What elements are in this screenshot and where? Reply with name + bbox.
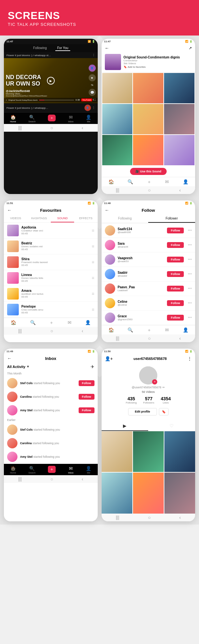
nav2-search[interactable]: 🔍 xyxy=(127,179,133,185)
search-icon-3: 🔍 xyxy=(30,320,36,325)
sound-dur-2: 00:45 xyxy=(21,248,43,251)
comment-button[interactable]: 💬 xyxy=(89,89,96,96)
followers-label: Followers xyxy=(143,401,154,404)
tab-liked-profile[interactable]: ♡ xyxy=(148,421,195,431)
add-fav-label: Add to favorites xyxy=(128,66,146,68)
video-thumb-1[interactable] xyxy=(102,431,132,472)
tab-videos-profile[interactable]: ▶ xyxy=(102,421,149,431)
nav5-search[interactable]: 🔍Search xyxy=(28,466,36,474)
nav-me[interactable]: 👤 Me xyxy=(86,115,91,123)
nav4-search[interactable]: 🔍 xyxy=(127,327,133,333)
nav-inbox[interactable]: ✉ Inbox xyxy=(68,115,73,123)
inbox-follow-btn-3[interactable]: Follow xyxy=(79,407,94,413)
send-icon[interactable]: ✈ xyxy=(91,364,94,369)
like-button[interactable]: ♥ xyxy=(89,74,96,81)
more-icon-u3[interactable]: ••• xyxy=(188,257,192,262)
video-thumb-6[interactable] xyxy=(164,473,195,514)
edit-profile-btn[interactable]: Edit profile xyxy=(128,408,157,415)
tab-follower-4[interactable]: Follower xyxy=(148,215,195,223)
inbox-icon-2: ✉ xyxy=(165,179,169,184)
fullscreen-icon[interactable]: ⛶ xyxy=(94,99,96,101)
nav5-inbox[interactable]: ✉Inbox xyxy=(68,466,73,474)
nav2-me[interactable]: 👤 xyxy=(183,179,188,185)
video-thumb-3[interactable] xyxy=(164,431,195,472)
tab-effects[interactable]: EFFECTS xyxy=(74,215,97,222)
add-icon: ＋ xyxy=(48,115,56,121)
use-sound-button[interactable]: 🎥 Use this Sound xyxy=(130,168,167,175)
tab-following-4[interactable]: Following xyxy=(102,215,149,223)
menu-icon-5[interactable]: ≡ xyxy=(92,291,94,296)
nav2-add[interactable]: ＋ xyxy=(147,179,151,185)
follow-btn-4[interactable]: Follow xyxy=(167,271,184,277)
menu-icon-2[interactable]: ≡ xyxy=(92,244,94,249)
follow-btn-2[interactable]: Follow xyxy=(167,242,184,248)
menu-icon-1[interactable]: ≡ xyxy=(92,228,94,233)
avatar-plus-btn[interactable]: + xyxy=(152,379,157,384)
back-icon-2[interactable]: ← xyxy=(105,46,109,51)
activity-filter[interactable]: All Activity ▼ xyxy=(7,365,29,369)
nav3-search[interactable]: 🔍 xyxy=(30,320,36,326)
more-icon-u2[interactable]: ••• xyxy=(188,243,192,247)
tab-videos[interactable]: VIDEOS xyxy=(4,215,27,222)
bookmark-btn[interactable]: 🔖 xyxy=(159,408,169,415)
more-icon-u5[interactable]: ••• xyxy=(188,286,192,291)
more-icon-profile[interactable]: ⋮ xyxy=(187,356,192,361)
inbox-icon-3: ✉ xyxy=(68,320,72,325)
follow-btn-7[interactable]: Follow xyxy=(167,315,184,321)
nav-home[interactable]: 🏠 Home xyxy=(10,115,16,123)
add-favorites-btn[interactable]: 🔖 Add to favorites xyxy=(124,66,180,68)
edit-handle-icon[interactable]: ✏ xyxy=(162,386,165,389)
tab-for-you[interactable]: For You xyxy=(55,46,70,51)
follow-btn-1[interactable]: Follow xyxy=(167,228,184,233)
nav4-me[interactable]: 👤 xyxy=(183,327,188,333)
sound-desc-3: Praesent mollis laoreet xyxy=(21,261,48,264)
nav5-me[interactable]: 👤Me xyxy=(86,466,91,474)
notif-avatar-5 xyxy=(7,438,17,448)
nav3-add[interactable]: ＋ xyxy=(49,320,54,326)
nav3-home[interactable]: 🏠 xyxy=(11,320,16,326)
menu-icon-4[interactable]: ≡ xyxy=(92,275,94,281)
nav2-home[interactable]: 🏠 xyxy=(108,179,114,185)
nav3-inbox[interactable]: ✉ xyxy=(68,320,72,326)
add-user-icon[interactable]: 👤+ xyxy=(105,356,113,361)
back-btn-5[interactable]: ← xyxy=(7,356,12,361)
add-icon-3: ＋ xyxy=(49,320,54,326)
menu-icon-6[interactable]: ≡ xyxy=(92,307,94,312)
more-icon-bottom[interactable]: ⋮ xyxy=(92,106,95,109)
tab-sound[interactable]: SOUND xyxy=(51,215,74,222)
nav4-inbox[interactable]: ✉ xyxy=(165,327,169,333)
follow-btn-3[interactable]: Follow xyxy=(167,257,184,262)
inbox-follow-btn-2[interactable]: Follow xyxy=(79,394,94,400)
avatar-action[interactable]: 👤 xyxy=(89,65,96,72)
more-icon-top[interactable]: ⋮ xyxy=(92,54,95,57)
user-handle-2: @sara44 xyxy=(118,245,128,248)
tab-hashtags[interactable]: HASHTAGS xyxy=(27,215,50,222)
edit-btn-row: Edit profile 🔖 xyxy=(128,408,169,415)
nav2-inbox[interactable]: ✉ xyxy=(165,179,169,185)
nav-add[interactable]: ＋ xyxy=(48,115,56,123)
more-icon-u7[interactable]: ••• xyxy=(188,315,192,320)
inbox-follow-btn-1[interactable]: Follow xyxy=(79,380,94,386)
nav4-home[interactable]: 🏠 xyxy=(108,327,114,333)
more-icon-u6[interactable]: ••• xyxy=(188,301,192,305)
right-actions: 👤 ♥ 7k 💬 174 ↗ xyxy=(89,65,96,103)
follow-btn-6[interactable]: Follow xyxy=(167,300,184,306)
nav-search[interactable]: 🔍 Search xyxy=(28,115,36,123)
nav3-me[interactable]: 👤 xyxy=(85,320,91,326)
user-row-2: Sara @sara44 Follow ••• xyxy=(102,238,195,252)
video-thumb-5[interactable] xyxy=(133,473,164,514)
nav5-home[interactable]: 🏠Home xyxy=(10,466,16,474)
play-button[interactable]: ▶ xyxy=(47,77,55,85)
back-btn-3[interactable]: ← xyxy=(7,208,12,213)
tab-following[interactable]: Following xyxy=(31,46,49,51)
video-thumb-2[interactable] xyxy=(133,431,164,472)
back-btn-4[interactable]: ← xyxy=(105,208,109,213)
follow-btn-5[interactable]: Follow xyxy=(167,286,184,291)
video-thumb-4[interactable] xyxy=(102,473,132,514)
more-icon-u1[interactable]: ••• xyxy=(188,228,192,233)
more-icon-u4[interactable]: ••• xyxy=(188,272,192,276)
menu-icon-3[interactable]: ≡ xyxy=(92,260,94,265)
nav5-add[interactable]: ＋ xyxy=(48,466,56,474)
share-icon-2[interactable]: ↗ xyxy=(189,46,192,50)
nav4-add[interactable]: ＋ xyxy=(147,327,151,333)
